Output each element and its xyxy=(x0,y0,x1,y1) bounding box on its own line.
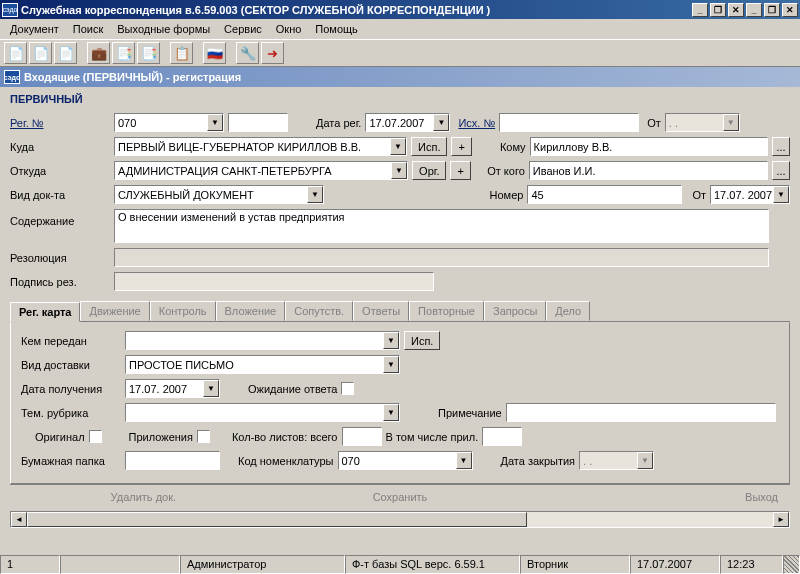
form-area: ПЕРВИЧНЫЙ Рег. № 070▼ Дата рег. 17.07.20… xyxy=(0,87,800,534)
input-kolvo-listov[interactable] xyxy=(342,427,382,446)
button-exit[interactable]: Выход xyxy=(533,489,780,505)
input-primechanie[interactable] xyxy=(506,403,776,422)
tab-content: Кем передан ▼ Исп. Вид доставки ПРОСТОЕ … xyxy=(10,322,790,484)
status-user: Администратор xyxy=(180,555,345,574)
menu-document[interactable]: Документ xyxy=(4,21,65,37)
button-save[interactable]: Сохранить xyxy=(277,489,524,505)
input-rezol xyxy=(114,248,769,267)
combo-ot-1[interactable]: . .▼ xyxy=(665,113,740,132)
menu-output-forms[interactable]: Выходные формы xyxy=(111,21,216,37)
combo-ot-2[interactable]: 17.07. 2007▼ xyxy=(710,185,790,204)
button-otkogo-ellipsis[interactable]: ... xyxy=(772,161,790,180)
minimize-button[interactable]: _ xyxy=(692,3,708,17)
toolbar-btn-2[interactable]: 📄 xyxy=(29,42,52,64)
tab-povtornye[interactable]: Повторные xyxy=(409,301,484,321)
tab-soputstv[interactable]: Сопутств. xyxy=(285,301,353,321)
tab-reg-karta[interactable]: Рег. карта xyxy=(10,302,80,322)
combo-data-zakr[interactable]: . .▼ xyxy=(579,451,654,470)
input-komu[interactable] xyxy=(530,137,768,156)
label-isx-no[interactable]: Исх. № xyxy=(458,117,495,129)
button-plus-1[interactable]: + xyxy=(451,137,471,156)
horizontal-scrollbar[interactable]: ◄ ► xyxy=(10,511,790,528)
button-plus-2[interactable]: + xyxy=(450,161,470,180)
child-minimize-button[interactable]: _ xyxy=(746,3,762,17)
dropdown-arrow-icon[interactable]: ▼ xyxy=(390,138,406,155)
label-data-polucheniya: Дата получения xyxy=(21,383,121,395)
menu-service[interactable]: Сервис xyxy=(218,21,268,37)
menu-search[interactable]: Поиск xyxy=(67,21,109,37)
button-isp-2[interactable]: Исп. xyxy=(404,331,440,350)
combo-data-polucheniya[interactable]: 17.07. 2007▼ xyxy=(125,379,220,398)
combo-vid-dostavki[interactable]: ПРОСТОЕ ПИСЬМО▼ xyxy=(125,355,400,374)
combo-date-reg[interactable]: 17.07.2007▼ xyxy=(365,113,450,132)
input-reg-no-extra[interactable] xyxy=(228,113,288,132)
checkbox-prilozheniya[interactable] xyxy=(197,430,210,443)
dropdown-arrow-icon[interactable]: ▼ xyxy=(391,162,407,179)
resize-grip[interactable] xyxy=(783,555,800,574)
toolbar-btn-exit[interactable]: ➜ xyxy=(261,42,284,64)
dropdown-arrow-icon[interactable]: ▼ xyxy=(637,452,653,469)
tab-delo[interactable]: Дело xyxy=(546,301,590,321)
menu-window[interactable]: Окно xyxy=(270,21,308,37)
toolbar-btn-6[interactable]: 📑 xyxy=(137,42,160,64)
checkbox-original[interactable] xyxy=(89,430,102,443)
checkbox-ozhidanie[interactable] xyxy=(341,382,354,395)
combo-tem-rubrika[interactable]: ▼ xyxy=(125,403,400,422)
label-date-reg: Дата рег. xyxy=(316,117,361,129)
label-data-zakr: Дата закрытия xyxy=(501,455,576,467)
textarea-soderzh[interactable]: О внесении изменений в устав предприятия xyxy=(114,209,769,243)
dropdown-arrow-icon[interactable]: ▼ xyxy=(207,114,223,131)
tab-dvizhenie[interactable]: Движение xyxy=(80,301,149,321)
dropdown-arrow-icon[interactable]: ▼ xyxy=(383,356,399,373)
dropdown-arrow-icon[interactable]: ▼ xyxy=(773,186,789,203)
dropdown-arrow-icon[interactable]: ▼ xyxy=(456,452,472,469)
button-org[interactable]: Орг. xyxy=(412,161,446,180)
combo-reg-no[interactable]: 070▼ xyxy=(114,113,224,132)
combo-vid-dok[interactable]: СЛУЖЕБНЫЙ ДОКУМЕНТ▼ xyxy=(114,185,324,204)
label-bumazh-papka: Бумажная папка xyxy=(21,455,121,467)
subtitle-text: Входящие (ПЕРВИЧНЫЙ) - регистрация xyxy=(24,71,241,83)
toolbar-btn-1[interactable]: 📄 xyxy=(4,42,27,64)
label-ot-kogo: От кого xyxy=(475,165,525,177)
toolbar-btn-tool[interactable]: 🔧 xyxy=(236,42,259,64)
titlebar: сэдо Служебная корреспонденция в.6.59.00… xyxy=(0,0,800,19)
tab-zaprosy[interactable]: Запросы xyxy=(484,301,546,321)
menu-help[interactable]: Помощь xyxy=(309,21,364,37)
dropdown-arrow-icon[interactable]: ▼ xyxy=(723,114,739,131)
restore-button[interactable]: ❐ xyxy=(710,3,726,17)
combo-otkuda[interactable]: АДМИНИСТРАЦИЯ САНКТ-ПЕТЕРБУРГА▼ xyxy=(114,161,408,180)
input-isx-no[interactable] xyxy=(499,113,639,132)
dropdown-arrow-icon[interactable]: ▼ xyxy=(203,380,219,397)
scroll-thumb[interactable] xyxy=(27,512,527,527)
dropdown-arrow-icon[interactable]: ▼ xyxy=(383,404,399,421)
footer-buttons: Удалить док. Сохранить Выход xyxy=(10,484,790,509)
input-ot-kogo[interactable] xyxy=(529,161,768,180)
toolbar-btn-7[interactable]: 📋 xyxy=(170,42,193,64)
button-isp[interactable]: Исп. xyxy=(411,137,447,156)
combo-kod-nomen[interactable]: 070▼ xyxy=(338,451,473,470)
dropdown-arrow-icon[interactable]: ▼ xyxy=(383,332,399,349)
dropdown-arrow-icon[interactable]: ▼ xyxy=(433,114,449,131)
label-reg-no[interactable]: Рег. № xyxy=(10,117,110,129)
toolbar-btn-5[interactable]: 📑 xyxy=(112,42,135,64)
toolbar-btn-3[interactable]: 📄 xyxy=(54,42,77,64)
combo-kem-peredan[interactable]: ▼ xyxy=(125,331,400,350)
button-delete[interactable]: Удалить док. xyxy=(20,489,267,505)
close-button[interactable]: ✕ xyxy=(728,3,744,17)
combo-kuda[interactable]: ПЕРВЫЙ ВИЦЕ-ГУБЕРНАТОР КИРИЛЛОВ В.В.▼ xyxy=(114,137,407,156)
tab-vlozhenie[interactable]: Вложение xyxy=(216,301,286,321)
tab-otvety[interactable]: Ответы xyxy=(353,301,409,321)
toolbar-btn-flag[interactable]: 🇷🇺 xyxy=(203,42,226,64)
toolbar-btn-4[interactable]: 💼 xyxy=(87,42,110,64)
input-nomer[interactable] xyxy=(527,185,682,204)
child-close-button[interactable]: ✕ xyxy=(782,3,798,17)
button-komu-ellipsis[interactable]: ... xyxy=(772,137,790,156)
section-title: ПЕРВИЧНЫЙ xyxy=(10,93,790,105)
tab-kontrol[interactable]: Контроль xyxy=(150,301,216,321)
dropdown-arrow-icon[interactable]: ▼ xyxy=(307,186,323,203)
scroll-right-icon[interactable]: ► xyxy=(773,512,789,527)
scroll-left-icon[interactable]: ◄ xyxy=(11,512,27,527)
input-bumazh-papka[interactable] xyxy=(125,451,220,470)
input-v-tom-chisle[interactable] xyxy=(482,427,522,446)
child-restore-button[interactable]: ❐ xyxy=(764,3,780,17)
